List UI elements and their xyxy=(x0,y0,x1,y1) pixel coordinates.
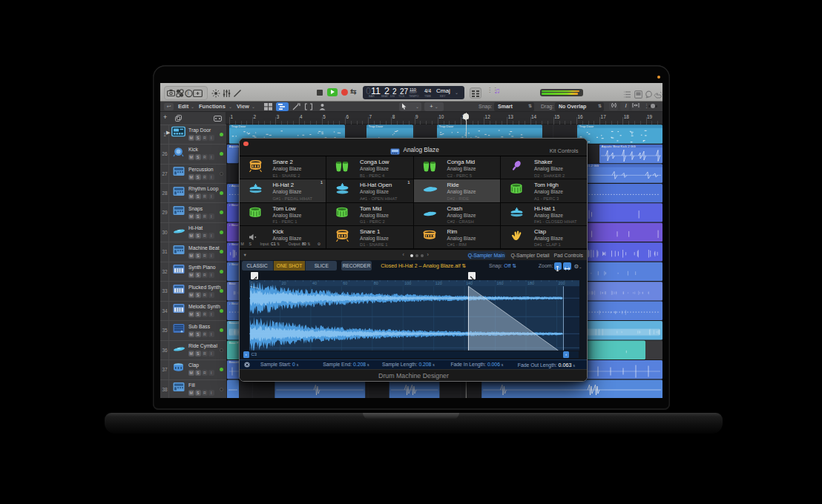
svg-text:Beat: Beat xyxy=(229,282,237,285)
svg-text:Trap Door: Trap Door xyxy=(439,125,454,128)
svg-text:180: 180 xyxy=(527,281,534,285)
svg-text:160: 160 xyxy=(496,281,503,285)
svg-text:Trap Door: Trap Door xyxy=(369,125,384,128)
svg-text:♪ Beat: ♪ Beat xyxy=(229,242,239,246)
svg-text:Aquatic Beat Kick 2 GG: Aquatic Beat Kick 2 GG xyxy=(602,145,637,148)
svg-text:♪ Beat: ♪ Beat xyxy=(229,302,239,305)
svg-text:200: 200 xyxy=(558,281,565,285)
svg-text:Trap Door: Trap Door xyxy=(579,125,594,128)
svg-text:140: 140 xyxy=(466,281,473,285)
svg-text:♪ Beat: ♪ Beat xyxy=(229,262,239,266)
svg-text:Trap Door: Trap Door xyxy=(231,125,246,128)
svg-text:♪ Beat: ♪ Beat xyxy=(229,223,239,227)
svg-text:40: 40 xyxy=(312,281,316,285)
svg-text:80: 80 xyxy=(373,281,378,285)
svg-text:120: 120 xyxy=(435,281,441,285)
svg-text:i: i xyxy=(188,90,189,96)
svg-text:20: 20 xyxy=(281,281,286,285)
svg-text:♪ Beat: ♪ Beat xyxy=(229,203,239,207)
svg-text:100: 100 xyxy=(404,281,411,285)
svg-text:60: 60 xyxy=(343,281,347,285)
svg-text:Beat F: Beat F xyxy=(229,341,239,345)
